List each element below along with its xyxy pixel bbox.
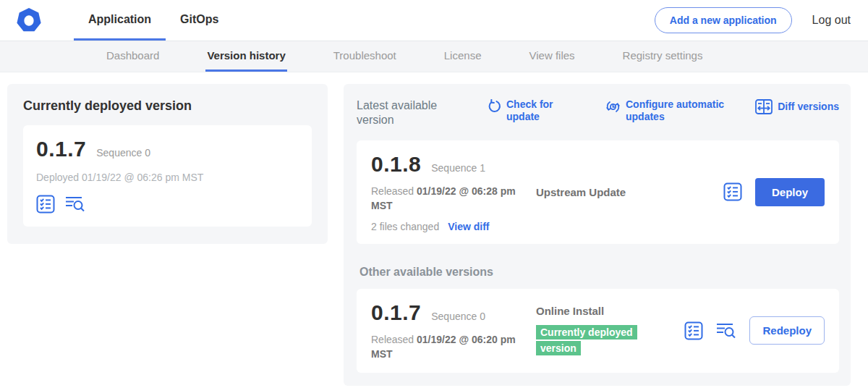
diff-versions-button[interactable]: Diff versions [755,98,839,114]
released-label: Released [371,185,414,197]
released-label: Released [371,334,414,345]
schedule-update-icon [605,99,621,114]
check-for-update-button[interactable]: Check for update [487,98,572,123]
top-navbar: Application GitOps Add a new application… [0,0,868,41]
subnav-item-registry-settings[interactable]: Registry settings [621,41,705,72]
files-changed-label: 2 files changed [371,221,439,232]
latest-released-timestamp: Released 01/19/22 @ 06:28 pm MST [371,184,527,214]
available-versions-panel: Latest available version Check for updat… [344,84,851,386]
app-subnav: Dashboard Version history Troubleshoot L… [0,41,868,72]
subnav-item-view-files[interactable]: View files [527,41,576,72]
deployed-version-number: 0.1.7 [36,137,86,161]
subnav-item-troubleshoot[interactable]: Troubleshoot [332,41,398,72]
app-tabs: Application GitOps [74,0,233,41]
deploy-button[interactable]: Deploy [755,178,825,206]
subnav-item-dashboard[interactable]: Dashboard [105,41,161,72]
refresh-icon [487,99,501,114]
preflight-checks-icon[interactable] [36,195,55,214]
configure-automatic-updates-button[interactable]: Configure automatic updates [605,98,734,123]
other-version-number: 0.1.7 [371,300,421,325]
version-history-page: Currently deployed version 0.1.7 Sequenc… [0,72,868,386]
tab-gitops[interactable]: GitOps [166,0,233,41]
tab-application-label: Application [88,13,151,26]
latest-available-title: Latest available version [357,98,452,127]
deployed-sequence-label: Sequence 0 [96,147,150,159]
deployed-version-card: 0.1.7 Sequence 0 Deployed 01/19/22 @ 06:… [23,125,312,227]
latest-release-card: 0.1.8 Sequence 1 Released 01/19/22 @ 06:… [357,140,839,244]
preflight-checks-icon[interactable] [723,182,742,201]
replicated-logo-icon [16,7,42,33]
currently-deployed-badge: Currently deployed version [536,325,637,355]
tab-gitops-label: GitOps [180,13,218,26]
tab-application[interactable]: Application [74,0,166,41]
subnav-item-version-history[interactable]: Version history [205,41,286,72]
other-released-timestamp: Released 01/19/22 @ 06:20 pm MST [371,332,527,362]
view-logs-icon[interactable] [716,322,736,340]
other-sequence-label: Sequence 0 [431,311,485,322]
other-release-card: 0.1.7 Sequence 0 Released 01/19/22 @ 06:… [357,289,839,374]
latest-sequence-label: Sequence 1 [431,162,485,174]
diff-versions-label: Diff versions [778,101,839,113]
currently-deployed-title: Currently deployed version [23,98,312,114]
other-available-versions-heading: Other available versions [359,266,839,279]
check-for-update-label: Check for update [506,98,572,123]
subnav-item-license[interactable]: License [443,41,483,72]
currently-deployed-card: Currently deployed version 0.1.7 Sequenc… [7,84,328,244]
diff-versions-icon [755,99,773,114]
latest-version-number: 0.1.8 [371,152,421,177]
logout-button[interactable]: Log out [812,14,851,27]
view-diff-link[interactable]: View diff [448,221,489,232]
other-source-label: Online Install [536,305,684,317]
preflight-checks-icon[interactable] [684,321,703,340]
latest-source-label: Upstream Update [536,186,723,198]
deployed-timestamp: Deployed 01/19/22 @ 06:26 pm MST [36,172,299,183]
configure-automatic-updates-label: Configure automatic updates [626,98,734,123]
redeploy-button[interactable]: Redeploy [749,316,825,345]
view-logs-icon[interactable] [65,195,85,213]
add-new-application-button[interactable]: Add a new application [655,7,792,33]
